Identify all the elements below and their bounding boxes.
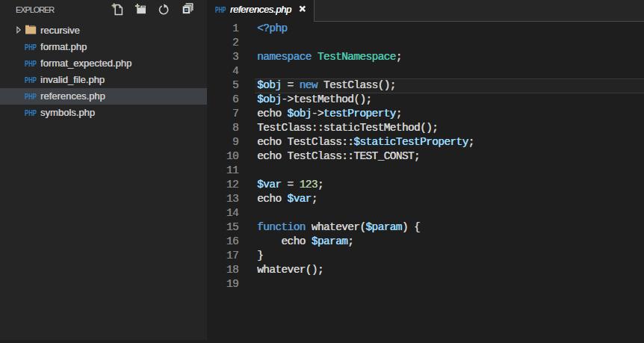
svg-text:PHP: PHP (25, 92, 37, 101)
svg-text:PHP: PHP (25, 43, 37, 52)
svg-text:PHP: PHP (215, 5, 226, 14)
svg-text:PHP: PHP (25, 108, 37, 117)
svg-text:PHP: PHP (25, 75, 37, 84)
svg-text:PHP: PHP (25, 59, 37, 68)
